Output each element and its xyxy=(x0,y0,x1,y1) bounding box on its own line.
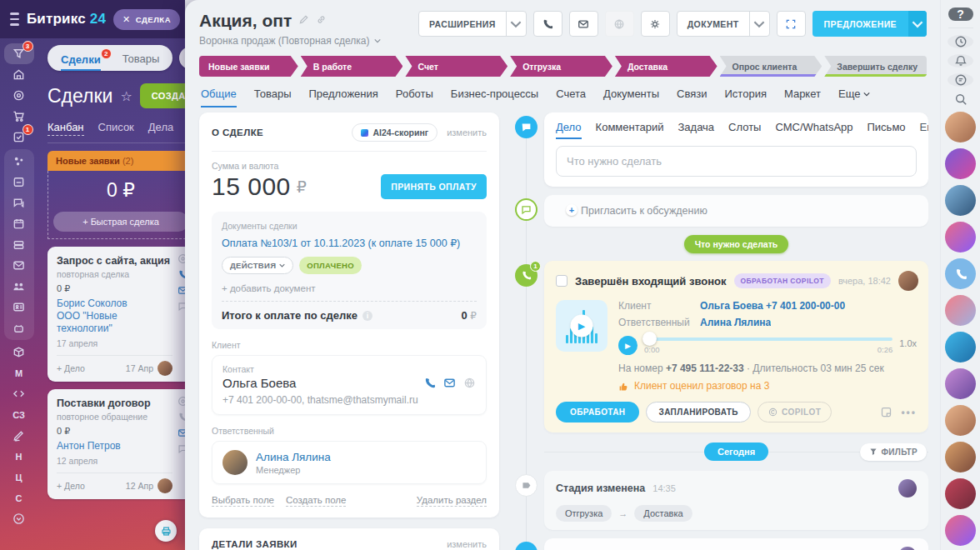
actions-dropdown[interactable]: ДЕЙСТВИЯ xyxy=(222,257,293,274)
stage-new[interactable]: Новые заявки xyxy=(199,56,298,77)
edit-section-link[interactable]: изменить xyxy=(447,539,487,549)
logo[interactable]: Битрикс 24 xyxy=(27,11,106,28)
user-avatar[interactable] xyxy=(945,222,976,252)
payment-document-link[interactable]: Оплата №103/1 от 10.11.2023 (к оплате 15… xyxy=(222,237,477,249)
audio-knob[interactable] xyxy=(642,332,657,346)
user-avatar[interactable] xyxy=(945,515,976,546)
contact-name[interactable]: Ольга Боева xyxy=(222,376,296,390)
stage-invoice[interactable]: Счет xyxy=(405,56,508,77)
sidebar-item-tasks[interactable]: 1 xyxy=(4,127,34,148)
mail-icon[interactable] xyxy=(443,377,456,389)
call-button[interactable] xyxy=(533,11,562,37)
user-avatar[interactable] xyxy=(945,442,976,472)
deal-card[interactable]: Запрос с сайта, акция повторная сделка 0… xyxy=(48,247,185,382)
sidebar-item-messenger[interactable] xyxy=(4,192,34,213)
ttab-sms[interactable]: СМС/WhatsApp xyxy=(775,121,852,139)
audio-play-button[interactable]: ▶ xyxy=(618,336,638,355)
user-avatar[interactable] xyxy=(945,332,976,362)
offer-button[interactable]: ПРЕДЛОЖЕНИЕ xyxy=(812,11,927,37)
collapse-button[interactable] xyxy=(179,47,185,69)
sidebar-item-drive[interactable] xyxy=(4,234,34,255)
delete-section-link[interactable]: Удалить раздел xyxy=(417,495,487,507)
add-activity-link[interactable]: + Дело xyxy=(57,363,85,373)
sidebar-item-calendar[interactable] xyxy=(4,213,34,234)
settings-button[interactable] xyxy=(641,11,670,37)
search-button[interactable] xyxy=(948,92,973,106)
sidebar-item-sz[interactable]: СЗ xyxy=(4,404,34,425)
user-avatar[interactable] xyxy=(945,112,976,142)
extensions-button[interactable]: РАСШИРЕНИЯ xyxy=(418,11,527,37)
sidebar-item-news[interactable] xyxy=(4,172,34,192)
accept-payment-button[interactable]: ПРИНЯТЬ ОПЛАТУ xyxy=(381,174,487,199)
tab-general[interactable]: Общие xyxy=(201,88,237,108)
user-avatar[interactable] xyxy=(945,295,976,326)
call-checkbox[interactable] xyxy=(556,275,568,287)
add-document-link[interactable]: + добавить документ xyxy=(222,283,477,293)
audio-progress-bar[interactable] xyxy=(644,338,892,341)
ttab-comment[interactable]: Комментарий xyxy=(596,121,664,139)
ttab-more[interactable]: Еще xyxy=(920,121,928,139)
tab-relations[interactable]: Связи xyxy=(677,88,707,108)
create-deal-button[interactable]: СОЗДАТЬ xyxy=(140,83,185,108)
user-avatar[interactable] xyxy=(945,148,976,179)
notifications-button[interactable] xyxy=(948,54,973,68)
card-contact-link[interactable]: Борис СоколовООО "Новые технологии" xyxy=(57,298,172,335)
sidebar-item-dev[interactable] xyxy=(4,383,34,404)
tab-robots[interactable]: Роботы xyxy=(396,88,433,108)
call-client-link[interactable]: Ольга Боева +7 401 200-00-00 xyxy=(700,300,845,312)
help-button[interactable]: ? xyxy=(948,8,973,21)
card-contact-link[interactable]: Антон Петров xyxy=(57,440,172,452)
today-pill[interactable]: Сегодня xyxy=(704,442,768,461)
sidebar-more[interactable] xyxy=(4,508,34,529)
stage-delivery[interactable]: Доставка xyxy=(615,56,718,77)
sidebar-item-marketing[interactable] xyxy=(4,85,34,106)
sidebar-item-contacts[interactable] xyxy=(4,297,34,318)
ttab-activity[interactable]: Дело xyxy=(556,121,582,139)
user-avatar[interactable] xyxy=(945,185,976,216)
document-button[interactable]: ДОКУМЕНТ xyxy=(677,11,770,37)
sidebar-item-automation[interactable] xyxy=(4,151,34,172)
user-avatar[interactable] xyxy=(945,478,976,509)
copy-link-icon[interactable] xyxy=(316,13,327,28)
invite-to-discussion[interactable]: + Пригласить к обсуждению xyxy=(544,195,928,227)
tab-deals[interactable]: Сделки 2 xyxy=(61,53,101,72)
copilot-button[interactable]: COPILOT xyxy=(758,402,832,422)
tab-products[interactable]: Товары xyxy=(254,88,292,108)
tab-documents[interactable]: Документы xyxy=(603,88,659,108)
sidebar-item-crm[interactable]: 3 xyxy=(4,43,34,64)
stage-in-progress[interactable]: В работе xyxy=(301,56,403,77)
fullscreen-button[interactable] xyxy=(777,11,806,37)
ttab-task[interactable]: Задача xyxy=(678,121,714,139)
todo-input[interactable] xyxy=(556,146,917,177)
stage-close[interactable]: Завершить сделку xyxy=(824,56,927,77)
view-kanban[interactable]: Канбан xyxy=(48,121,84,136)
tab-quotes[interactable]: Предложения xyxy=(308,88,378,108)
add-activity-link[interactable]: + Дело xyxy=(57,481,85,491)
edit-title-icon[interactable] xyxy=(298,13,309,28)
tab-market[interactable]: Маркет xyxy=(784,88,821,108)
user-avatar[interactable] xyxy=(945,405,976,436)
call-avatar[interactable] xyxy=(945,258,976,289)
deal-card[interactable]: Поставки договор повторное обращение 0 ₽… xyxy=(48,389,185,499)
close-icon[interactable]: ✕ xyxy=(122,14,131,25)
sidebar-item-c[interactable]: Ц xyxy=(4,467,34,488)
play-icon[interactable]: ▶ xyxy=(571,315,593,338)
email-button[interactable] xyxy=(569,11,598,37)
choose-field-link[interactable]: Выбрать поле xyxy=(212,495,274,507)
sidebar-item-market[interactable]: M xyxy=(4,362,34,383)
stage-survey[interactable]: Опрос клиента xyxy=(720,56,822,77)
messenger-button[interactable] xyxy=(948,73,973,87)
schedule-button[interactable]: ЗАПЛАНИРОВАТЬ xyxy=(646,402,750,422)
ttab-email[interactable]: Письмо xyxy=(868,121,906,139)
processed-button[interactable]: ОБРАБОТАН xyxy=(556,402,639,422)
sidebar-item-n[interactable]: Н xyxy=(4,446,34,467)
funnel-selector[interactable]: Воронка продаж (Повторная сделка) xyxy=(199,35,381,47)
tab-more[interactable]: Еще xyxy=(838,88,870,108)
quick-deal-button[interactable]: + Быстрая сделка xyxy=(53,212,185,232)
ttab-slots[interactable]: Слоты xyxy=(728,121,761,139)
audio-speed[interactable]: 1.0x xyxy=(899,338,917,348)
sidebar-item-ai[interactable] xyxy=(4,318,34,338)
kanban-column-header[interactable]: Новые заявки (2) xyxy=(48,151,185,171)
tab-products[interactable]: Товары xyxy=(122,52,160,71)
favorite-star-icon[interactable]: ☆ xyxy=(120,88,132,104)
